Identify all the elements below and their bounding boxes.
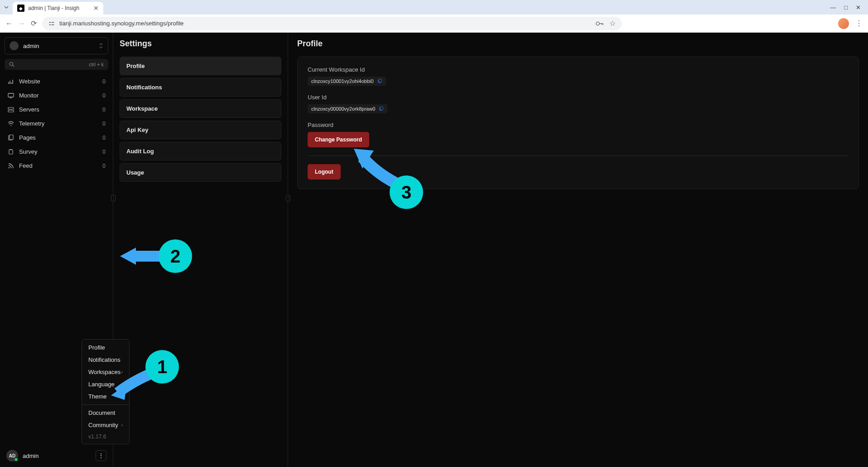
svg-rect-12 [8,107,14,109]
popup-item-theme[interactable]: Theme› [82,390,129,403]
back-button[interactable]: ← [5,19,13,28]
chevron-right-icon: › [121,382,123,387]
nav-item-pages[interactable]: Pages 0 [0,131,113,145]
nav-item-website[interactable]: Website 0 [0,74,113,88]
forward-button[interactable]: → [18,19,25,28]
workspace-id-chip: clnzoxcy10001vy2ohi4obbi0 [308,77,386,86]
browser-tab-strip: ◆ admin | Tianji - Insigh ✕ — □ ✕ [0,0,868,15]
popup-item-workspaces[interactable]: Workspaces› [82,366,129,378]
logout-button[interactable]: Logout [308,164,341,180]
pages-icon [7,135,14,141]
nav-count: 0 [102,121,106,127]
svg-point-14 [10,125,11,126]
nav-label: Feed [19,162,33,169]
browser-menu-icon[interactable]: ⋮ [855,19,863,28]
search-input[interactable]: ctrl + k [5,59,108,70]
svg-rect-1 [49,24,51,25]
nav-label: Website [19,78,40,85]
reload-button[interactable]: ⟳ [31,19,37,28]
svg-rect-21 [379,79,381,82]
chevron-right-icon: › [121,423,123,428]
nav-count: 0 [102,107,106,113]
svg-rect-13 [8,110,14,112]
bookmark-star-icon[interactable]: ☆ [609,19,616,28]
profile-panel: Profile Current Workspace Id clnzoxcy100… [288,33,868,467]
nav-list: Website 0 Monitor 0 Servers 0 Telemetry … [0,74,113,173]
copy-icon[interactable] [377,79,382,84]
user-menu-button[interactable]: ⋮ [96,450,106,461]
nav-count: 0 [102,92,106,99]
nav-label: Survey [19,148,37,155]
tab-close-icon[interactable]: ✕ [93,5,99,12]
chevron-right-icon: › [121,370,123,375]
svg-point-19 [9,167,10,168]
svg-rect-10 [8,93,14,97]
site-settings-icon[interactable] [48,20,55,27]
change-password-button[interactable]: Change Password [308,132,369,147]
nav-count: 0 [102,78,106,85]
monitor-icon [7,92,14,99]
settings-item-apikey[interactable]: Api Key [120,121,281,139]
resize-handle[interactable]: ⋮ [111,195,116,201]
close-window-button[interactable]: ✕ [856,4,861,11]
profile-card: Current Workspace Id clnzoxcy10001vy2ohi… [297,57,859,189]
nav-label: Servers [19,106,39,113]
svg-rect-3 [52,24,54,25]
address-bar[interactable]: tianji.mariushosting.synology.me/setting… [42,17,622,30]
chart-icon [7,78,14,85]
popup-item-community[interactable]: Community› [82,419,129,431]
password-key-icon[interactable] [596,21,604,26]
tab-title: admin | Tianji - Insigh [28,5,79,11]
nav-label: Telemetry [19,120,44,127]
search-shortcut: ctrl + k [89,62,104,67]
settings-item-profile[interactable]: Profile [120,57,281,75]
nav-item-telemetry[interactable]: Telemetry 0 [0,117,113,131]
wifi-icon [7,121,14,127]
chevron-updown-icon [99,43,103,49]
rss-icon [7,163,14,169]
settings-item-auditlog[interactable]: Audit Log [120,142,281,161]
browser-tab[interactable]: ◆ admin | Tianji - Insigh ✕ [13,2,103,15]
user-popup-menu: Profile Notifications Workspaces› Langua… [82,339,130,444]
tab-dropdown-icon[interactable] [4,5,13,10]
settings-item-workspace[interactable]: Workspace [120,99,281,118]
nav-item-feed[interactable]: Feed 0 [0,159,113,173]
copy-icon[interactable] [379,107,384,112]
user-avatar: AD [6,450,18,462]
version-label: v1.17.6 [82,431,129,442]
settings-title: Settings [120,39,281,49]
svg-rect-18 [10,149,12,150]
user-id-value: clnzoxcy00000vy2ork8praw0 [311,106,375,112]
browser-profile-avatar[interactable] [838,18,849,29]
popup-item-document[interactable]: Document [82,407,129,419]
svg-rect-2 [52,22,54,23]
user-name: admin [23,452,91,459]
popup-item-profile[interactable]: Profile [82,341,129,354]
nav-count: 0 [102,163,106,169]
svg-rect-0 [49,22,51,23]
minimize-button[interactable]: — [830,4,836,11]
nav-item-monitor[interactable]: Monitor 0 [0,88,113,102]
settings-column: Settings Profile Notifications Workspace… [113,33,288,467]
nav-count: 0 [102,135,106,141]
maximize-button[interactable]: □ [844,4,848,11]
sidebar-footer: AD admin ⋮ [0,444,113,467]
browser-toolbar: ← → ⟳ tianji.mariushosting.synology.me/s… [0,15,868,33]
svg-line-9 [13,65,14,67]
settings-item-usage[interactable]: Usage [120,163,281,182]
chevron-right-icon: › [121,394,123,399]
nav-item-survey[interactable]: Survey 0 [0,145,113,159]
search-icon [9,62,14,67]
resize-handle[interactable]: ⋮ [286,195,290,201]
server-icon [7,107,14,113]
divider [308,156,849,156]
settings-item-notifications[interactable]: Notifications [120,78,281,97]
workspace-selector[interactable]: admin [5,37,108,54]
nav-item-servers[interactable]: Servers 0 [0,102,113,117]
popup-item-notifications[interactable]: Notifications [82,354,129,366]
sidebar: admin ctrl + k Website 0 Monitor 0 [0,33,113,467]
user-initials: AD [9,453,15,458]
svg-rect-23 [381,107,383,109]
popup-item-language[interactable]: Language› [82,378,129,390]
user-id-label: User Id [308,94,849,101]
